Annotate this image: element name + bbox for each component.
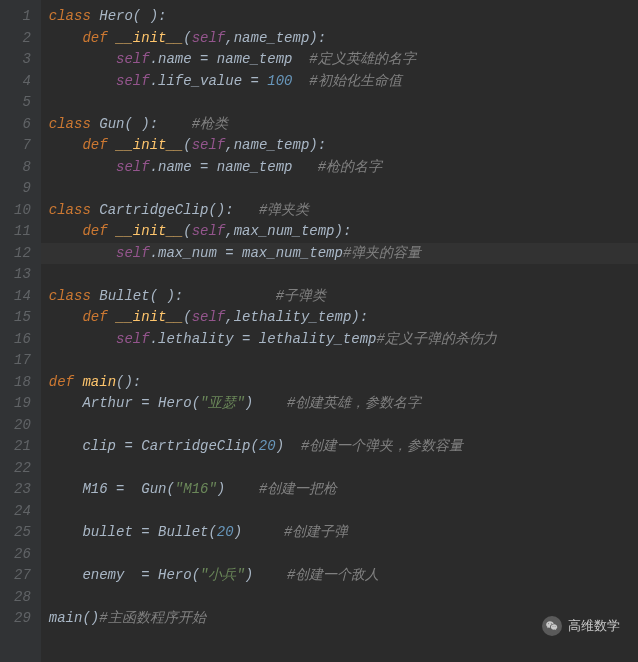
line-number: 11 xyxy=(14,221,31,243)
token: lethality_temp xyxy=(234,309,352,325)
token: .max_num = max_num_temp xyxy=(150,245,343,261)
token: ( xyxy=(183,137,191,153)
line-number: 12 xyxy=(14,243,31,265)
line-number: 8 xyxy=(14,157,31,179)
code-line[interactable]: self.lethality = lethality_temp#定义子弹的杀伤力 xyxy=(41,329,638,351)
token: #创建一个敌人 xyxy=(287,567,379,583)
line-number: 6 xyxy=(14,114,31,136)
code-line[interactable] xyxy=(41,415,638,437)
code-editor[interactable]: 1234567891011121314151617181920212223242… xyxy=(0,0,638,662)
token: __init__ xyxy=(116,137,183,153)
token: ( ): xyxy=(124,116,191,132)
code-line[interactable]: self.name = name_temp #定义英雄的名字 xyxy=(41,49,638,71)
code-line[interactable]: def main(): xyxy=(41,372,638,394)
code-line[interactable]: self.life_value = 100 #初始化生命值 xyxy=(41,71,638,93)
token: def xyxy=(82,309,116,325)
token: , xyxy=(225,30,233,46)
line-number-gutter: 1234567891011121314151617181920212223242… xyxy=(0,0,41,662)
line-number: 16 xyxy=(14,329,31,351)
watermark: 高维数学 xyxy=(542,616,620,636)
token: self xyxy=(116,159,150,175)
line-number: 23 xyxy=(14,479,31,501)
code-line[interactable]: self.max_num = max_num_temp#弹夹的容量 xyxy=(41,243,638,265)
code-line[interactable] xyxy=(41,92,638,114)
code-line[interactable] xyxy=(41,350,638,372)
code-line[interactable] xyxy=(41,501,638,523)
code-line[interactable] xyxy=(41,264,638,286)
token: ) xyxy=(245,395,287,411)
code-line[interactable]: clip = CartridgeClip(20) #创建一个弹夹，参数容量 xyxy=(41,436,638,458)
token: .lethality = lethality_temp xyxy=(150,331,377,347)
token: #枪类 xyxy=(192,116,228,132)
token: .name = name_temp xyxy=(150,51,310,67)
line-number: 7 xyxy=(14,135,31,157)
code-line[interactable]: class Bullet( ): #子弹类 xyxy=(41,286,638,308)
token: #创建一把枪 xyxy=(259,481,337,497)
token: self xyxy=(116,245,150,261)
code-line[interactable]: self.name = name_temp #枪的名字 xyxy=(41,157,638,179)
token: self xyxy=(192,223,226,239)
code-line[interactable] xyxy=(41,458,638,480)
token: clip = CartridgeClip( xyxy=(49,438,259,454)
code-line[interactable]: class CartridgeClip(): #弹夹类 xyxy=(41,200,638,222)
token xyxy=(49,73,116,89)
line-number: 13 xyxy=(14,264,31,286)
code-line[interactable]: def __init__(self,max_num_temp): xyxy=(41,221,638,243)
watermark-text: 高维数学 xyxy=(568,617,620,635)
line-number: 19 xyxy=(14,393,31,415)
token: self xyxy=(192,30,226,46)
token: ( xyxy=(183,30,191,46)
token: def xyxy=(49,374,83,390)
line-number: 3 xyxy=(14,49,31,71)
line-number: 4 xyxy=(14,71,31,93)
token: self xyxy=(192,309,226,325)
line-number: 1 xyxy=(14,6,31,28)
line-number: 5 xyxy=(14,92,31,114)
code-line[interactable] xyxy=(41,544,638,566)
code-line[interactable]: class Hero( ): xyxy=(41,6,638,28)
token: #初始化生命值 xyxy=(309,73,401,89)
code-line[interactable]: M16 = Gun("M16") #创建一把枪 xyxy=(41,479,638,501)
token: ) xyxy=(234,524,284,540)
line-number: 25 xyxy=(14,522,31,544)
token xyxy=(292,73,309,89)
code-line[interactable]: def __init__(self,name_temp): xyxy=(41,135,638,157)
token: class xyxy=(49,202,99,218)
line-number: 27 xyxy=(14,565,31,587)
token: #定义英雄的名字 xyxy=(309,51,415,67)
token: __init__ xyxy=(116,223,183,239)
code-line[interactable]: bullet = Bullet(20) #创建子弹 xyxy=(41,522,638,544)
token: class xyxy=(49,116,99,132)
token: #弹夹的容量 xyxy=(343,245,421,261)
line-number: 22 xyxy=(14,458,31,480)
token: main() xyxy=(49,610,99,626)
token: self xyxy=(192,137,226,153)
code-line[interactable]: enemy = Hero("小兵") #创建一个敌人 xyxy=(41,565,638,587)
token: , xyxy=(225,309,233,325)
line-number: 15 xyxy=(14,307,31,329)
token: 20 xyxy=(217,524,234,540)
code-line[interactable]: Arthur = Hero("亚瑟") #创建英雄，参数名字 xyxy=(41,393,638,415)
code-line[interactable]: def __init__(self,name_temp): xyxy=(41,28,638,50)
token: #创建英雄，参数名字 xyxy=(287,395,421,411)
code-line[interactable]: class Gun( ): #枪类 xyxy=(41,114,638,136)
token: (): xyxy=(116,374,141,390)
code-line[interactable]: def __init__(self,lethality_temp): xyxy=(41,307,638,329)
token xyxy=(49,51,116,67)
token: __init__ xyxy=(116,309,183,325)
token: enemy = Hero( xyxy=(49,567,200,583)
line-number: 10 xyxy=(14,200,31,222)
code-line[interactable] xyxy=(41,587,638,609)
token: def xyxy=(82,137,116,153)
code-line[interactable] xyxy=(41,178,638,200)
token: bullet = Bullet( xyxy=(49,524,217,540)
token: self xyxy=(116,73,150,89)
token: Hero xyxy=(99,8,133,24)
token: max_num_temp xyxy=(234,223,335,239)
token xyxy=(49,137,83,153)
code-area[interactable]: class Hero( ): def __init__(self,name_te… xyxy=(41,0,638,662)
token: #创建一个弹夹，参数容量 xyxy=(301,438,463,454)
token: self xyxy=(116,331,150,347)
token: ): xyxy=(335,223,352,239)
token: ( xyxy=(183,223,191,239)
